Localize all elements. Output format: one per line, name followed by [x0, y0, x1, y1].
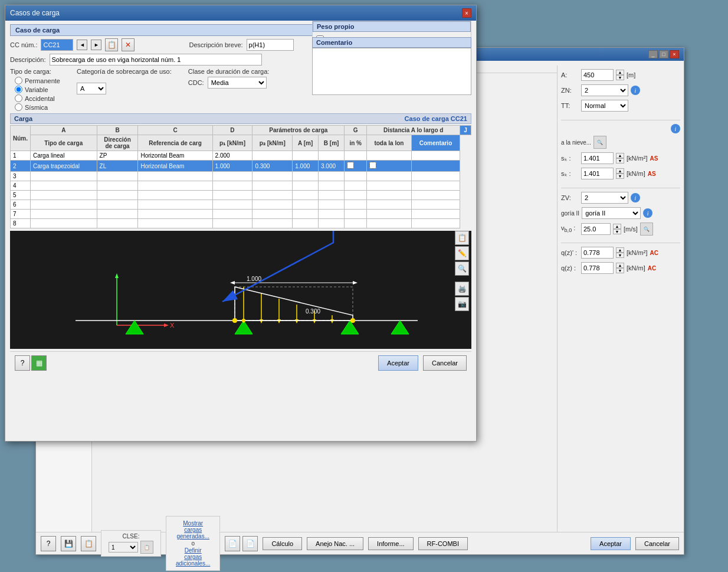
panel-a-down[interactable]: ▼ — [616, 75, 624, 80]
panel-cat-select[interactable]: goría II — [582, 207, 641, 219]
panel-snow-btn[interactable]: 🔍 — [593, 136, 606, 149]
panel-sk2-down[interactable]: ▼ — [616, 174, 624, 179]
app-help-btn[interactable]: ? — [41, 536, 56, 551]
table-row[interactable]: 7 — [11, 210, 471, 219]
app-save-btn[interactable]: 💾 — [61, 536, 76, 551]
table-row[interactable]: 8 — [11, 219, 471, 228]
radio-variable[interactable]: Variable — [15, 86, 60, 93]
canvas-btn5[interactable]: 📷 — [455, 297, 469, 311]
cc-prev-btn[interactable]: ◄ — [77, 40, 87, 50]
table-row[interactable]: 3 — [11, 172, 471, 181]
panel-qz1-up[interactable]: ▲ — [616, 247, 624, 253]
panel-a-up[interactable]: ▲ — [616, 70, 624, 75]
panel-sk1-down[interactable]: ▼ — [616, 158, 624, 164]
export-btn1[interactable]: 📄 — [225, 536, 240, 551]
panel-vb0-spinner[interactable]: ▲ ▼ — [613, 224, 621, 234]
panel-cat-info-icon[interactable]: i — [643, 208, 652, 218]
panel-zv-select[interactable]: 2 — [581, 192, 628, 204]
app-informe-btn[interactable]: Informe... — [368, 537, 413, 550]
panel-sk2-up[interactable]: ▲ — [616, 168, 624, 174]
clse-btn[interactable]: 📋 — [140, 541, 153, 554]
panel-sk1-input[interactable] — [581, 152, 614, 164]
panel-qz1-spinner[interactable]: ▲ ▼ — [616, 247, 624, 258]
cdc-select[interactable]: Media — [208, 77, 267, 89]
row2-b: 3.000 — [319, 161, 345, 172]
app-close-btn[interactable]: × — [670, 50, 679, 58]
panel-a-input[interactable] — [581, 69, 614, 81]
table-row[interactable]: 4 — [11, 181, 471, 191]
panel-vb0-btn[interactable]: 🔍 — [640, 223, 653, 236]
comentario-textarea[interactable] — [312, 48, 471, 95]
panel-qz2-input[interactable] — [581, 262, 614, 274]
panel-qz2-down[interactable]: ▼ — [616, 268, 624, 273]
descripcion-breve-input[interactable] — [247, 39, 294, 51]
export-btn2[interactable]: 📄 — [242, 536, 258, 551]
col-a-header: A — [31, 126, 97, 135]
cc-copy-btn[interactable]: 📋 — [105, 38, 118, 51]
cc-next-btn[interactable]: ► — [91, 40, 101, 50]
radio-variable-input[interactable] — [15, 86, 22, 93]
bottom-loads-info: CLSE: 1 📋 — [101, 530, 161, 557]
cc-delete-btn[interactable]: ✕ — [122, 38, 135, 51]
panel-qz2-up[interactable]: ▲ — [616, 263, 624, 268]
panel-zn-info-icon[interactable]: i — [631, 86, 640, 95]
panel-tt-select[interactable]: Normal — [581, 100, 628, 112]
app-calculo-btn[interactable]: Cálculo — [263, 537, 302, 550]
panel-sk1-spinner[interactable]: ▲ ▼ — [616, 153, 624, 164]
row2-along-check[interactable] — [369, 162, 376, 169]
panel-qz1-down[interactable]: ▼ — [616, 253, 624, 258]
table-row[interactable]: 2 Carga trapezoidal ZL Horizontal Beam 1… — [11, 161, 471, 172]
panel-snow-info-icon[interactable]: i — [671, 124, 680, 133]
svg-text:0.300: 0.300 — [306, 308, 320, 315]
show-loads-btn[interactable]: Mostrar cargas generadas... — [176, 520, 210, 540]
canvas-btn4[interactable]: 🖨️ — [455, 282, 469, 296]
panel-vb0-up[interactable]: ▲ — [613, 224, 621, 229]
col-ef-header: Parámetros de carga — [252, 126, 345, 135]
categoria-select[interactable]: A — [77, 83, 106, 94]
table-row[interactable]: 1 Carga lineal ZP Horizontal Beam 2.000 — [11, 151, 471, 161]
dialog-close-btn[interactable]: × — [462, 8, 471, 18]
panel-sk1-up[interactable]: ▲ — [616, 153, 624, 158]
radio-sismica[interactable]: Sísmica — [15, 103, 60, 111]
app-anejo-btn[interactable]: Anejo Nac. ... — [307, 537, 363, 550]
panel-sk1-tag: AS — [650, 155, 658, 162]
canvas-btn2[interactable]: ✏️ — [455, 246, 469, 260]
canvas-btn1[interactable]: 📋 — [455, 231, 469, 245]
bottom-export-btns: 📄 📄 — [225, 536, 258, 551]
descripcion-input[interactable] — [50, 54, 262, 66]
row2-dist-check[interactable] — [347, 162, 354, 169]
app-save2-btn[interactable]: 📋 — [81, 536, 96, 551]
dialog-help-btn[interactable]: ? — [15, 355, 30, 371]
panel-sk1-label: sₖ : — [561, 155, 579, 162]
dialog-cancel-btn[interactable]: Cancelar — [423, 355, 467, 371]
panel-qz1-input[interactable] — [581, 247, 614, 259]
radio-sismica-input[interactable] — [15, 103, 22, 111]
app-rfcombi-btn[interactable]: RF-COMBI — [418, 537, 468, 550]
row2-dir: ZL — [97, 161, 138, 172]
dialog-table-btn[interactable]: ▦ — [31, 355, 47, 371]
app-cancelar-btn[interactable]: Cancelar — [635, 537, 679, 550]
radio-accidental-input[interactable] — [15, 94, 22, 102]
panel-zn-select[interactable]: 2 — [581, 84, 628, 96]
app-aceptar-btn[interactable]: Aceptar — [591, 537, 631, 550]
table-row[interactable]: 5 — [11, 191, 471, 200]
svg-point-32 — [242, 319, 245, 322]
cc-num-input[interactable] — [41, 39, 73, 51]
canvas-btn3[interactable]: 🔍 — [455, 262, 469, 276]
panel-a-spinner[interactable]: ▲ ▼ — [616, 70, 624, 80]
radio-permanente[interactable]: Permanente — [15, 77, 60, 84]
dialog-accept-btn[interactable]: Aceptar — [378, 355, 418, 371]
radio-accidental[interactable]: Accidental — [15, 94, 60, 102]
panel-zv-info-icon[interactable]: i — [631, 193, 640, 202]
clse-select[interactable]: 1 — [109, 542, 138, 553]
table-row[interactable]: 6 — [11, 200, 471, 210]
app-maximize-btn[interactable]: □ — [659, 50, 668, 58]
panel-qz2-spinner[interactable]: ▲ ▼ — [616, 263, 624, 273]
panel-vb0-input[interactable] — [581, 223, 611, 235]
define-loads-btn[interactable]: Definir cargas adicionales... — [176, 547, 210, 567]
radio-permanente-input[interactable] — [15, 77, 22, 84]
panel-vb0-down[interactable]: ▼ — [613, 229, 621, 234]
panel-sk2-input[interactable] — [581, 168, 614, 179]
panel-sk2-spinner[interactable]: ▲ ▼ — [616, 168, 624, 179]
app-minimize-btn[interactable]: _ — [648, 50, 658, 58]
